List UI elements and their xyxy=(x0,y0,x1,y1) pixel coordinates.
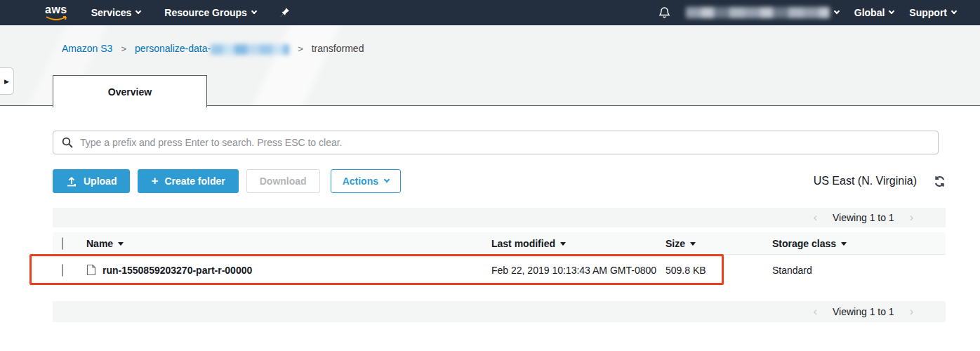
object-name-link[interactable]: run-1550859203270-part-r-00000 xyxy=(102,265,252,276)
column-header-last-modified-label: Last modified xyxy=(491,238,555,249)
nav-region-label: Global xyxy=(854,7,885,18)
column-header-storage-class[interactable]: Storage class xyxy=(772,238,946,249)
prefix-search-input[interactable] xyxy=(80,137,929,148)
sort-caret-icon xyxy=(690,242,696,246)
aws-logo-text: aws xyxy=(45,4,67,15)
download-button-label: Download xyxy=(260,176,307,187)
s3-console-page: aws Services Resource Groups xyxy=(0,0,980,351)
pagination-next-icon[interactable]: › xyxy=(907,305,916,318)
aws-smile-icon xyxy=(46,15,67,22)
tab-overview-label: Overview xyxy=(108,86,152,98)
tab-overview[interactable]: Overview xyxy=(53,75,207,107)
top-navbar: aws Services Resource Groups xyxy=(0,0,980,25)
refresh-icon xyxy=(934,176,946,187)
object-name-cell: run-1550859203270-part-r-00000 xyxy=(86,264,491,276)
column-header-storage-class-label: Storage class xyxy=(772,238,836,249)
account-menu[interactable] xyxy=(686,7,839,18)
chevron-down-icon xyxy=(384,177,390,183)
bell-icon[interactable] xyxy=(658,6,670,19)
download-button[interactable]: Download xyxy=(246,169,320,193)
breadcrumb-amazon-s3[interactable]: Amazon S3 xyxy=(62,43,112,54)
pushpin-icon[interactable] xyxy=(280,7,290,18)
pagination-viewing-label: Viewing 1 to 1 xyxy=(833,306,894,317)
nav-resource-groups-menu[interactable]: Resource Groups xyxy=(164,7,256,18)
upload-icon xyxy=(66,176,77,187)
plus-icon: + xyxy=(151,175,158,187)
chevron-down-icon xyxy=(251,8,257,14)
pagination-bar-top: ‹ Viewing 1 to 1 › xyxy=(53,208,946,227)
nav-services-menu[interactable]: Services xyxy=(91,7,141,18)
chevron-down-icon xyxy=(889,8,894,14)
pagination-prev-icon[interactable]: ‹ xyxy=(811,211,820,224)
create-folder-button-label: Create folder xyxy=(164,176,225,187)
breadcrumb: Amazon S3 > personalize-data- > transfor… xyxy=(62,43,364,55)
object-storage-class: Standard xyxy=(772,265,946,276)
column-header-size-label: Size xyxy=(666,238,685,249)
select-all-checkbox[interactable] xyxy=(62,237,63,250)
pagination-viewing-label: Viewing 1 to 1 xyxy=(833,212,894,223)
sort-caret-icon xyxy=(560,242,566,246)
object-size: 509.8 KB xyxy=(666,265,772,276)
object-last-modified: Feb 22, 2019 10:13:43 AM GMT-0800 xyxy=(491,265,666,276)
prefix-search-bar xyxy=(53,131,939,154)
chevron-down-icon xyxy=(135,8,141,14)
breadcrumb-current-folder: transformed xyxy=(312,43,364,54)
column-header-size[interactable]: Size xyxy=(666,238,772,249)
nav-resource-groups-label: Resource Groups xyxy=(164,7,246,18)
column-header-name-label: Name xyxy=(86,238,113,249)
sidebar-flyout-handle[interactable]: ▶ xyxy=(0,67,14,95)
pagination-prev-icon[interactable]: ‹ xyxy=(811,305,820,318)
bucket-name-redacted xyxy=(211,44,289,55)
sort-caret-icon xyxy=(118,242,124,246)
breadcrumb-separator: > xyxy=(121,44,126,54)
table-row[interactable]: run-1550859203270-part-r-00000 Feb 22, 2… xyxy=(53,255,946,285)
chevron-down-icon xyxy=(951,8,957,14)
refresh-button[interactable] xyxy=(934,176,946,187)
actions-button-label: Actions xyxy=(343,176,378,187)
search-icon xyxy=(62,137,73,148)
table-header-row: Name Last modified Size Storage class xyxy=(53,232,946,255)
nav-region-menu[interactable]: Global xyxy=(854,7,894,18)
aws-logo[interactable]: aws xyxy=(45,4,67,22)
breadcrumb-separator: > xyxy=(298,44,303,54)
chevron-down-icon xyxy=(834,8,840,14)
actions-dropdown-button[interactable]: Actions xyxy=(331,169,401,193)
pagination-next-icon[interactable]: › xyxy=(907,211,916,224)
account-name-redacted xyxy=(686,7,830,18)
pagination-bar-bottom: ‹ Viewing 1 to 1 › xyxy=(53,301,946,322)
create-folder-button[interactable]: + Create folder xyxy=(138,169,238,193)
nav-support-label: Support xyxy=(909,7,947,18)
file-icon xyxy=(86,264,96,276)
nav-services-label: Services xyxy=(91,7,132,18)
row-checkbox[interactable] xyxy=(62,264,63,277)
breadcrumb-bucket[interactable]: personalize-data- xyxy=(135,43,289,55)
toolbar: Upload + Create folder Download Actions … xyxy=(53,169,946,193)
nav-support-menu[interactable]: Support xyxy=(909,7,956,18)
flyout-arrow-icon: ▶ xyxy=(4,78,9,85)
column-header-last-modified[interactable]: Last modified xyxy=(491,238,666,249)
region-label: US East (N. Virginia) xyxy=(814,175,917,187)
upload-button-label: Upload xyxy=(84,176,117,187)
sort-caret-icon xyxy=(841,242,847,246)
upload-button[interactable]: Upload xyxy=(53,169,130,193)
column-header-name[interactable]: Name xyxy=(86,238,491,249)
